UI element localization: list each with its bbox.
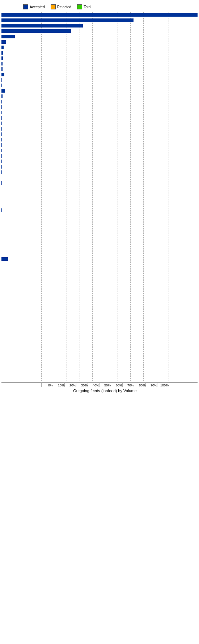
- bar-container: 1606791212205480: [1, 170, 198, 174]
- table-row: ipartners-fast93923297440478: [1, 191, 198, 196]
- table-row: e-wro26565502656550: [1, 246, 198, 251]
- bar-container: 1026456750996880463: [1, 45, 198, 50]
- bar-container: 93923297440478: [1, 192, 198, 196]
- bar-container: 1873399017753313: [1, 154, 198, 158]
- table-row: supermedia1316931885397989106: [1, 72, 198, 77]
- bar-container: 629317235130813: [1, 208, 198, 212]
- bar-container: 499702167495470797: [1, 62, 198, 66]
- table-row: korbank899597839356: [1, 300, 198, 305]
- x-axis-tick: 30%: [76, 383, 88, 387]
- x-axis-label: Outgoing feeds (innfeed) by Volume: [1, 389, 198, 393]
- table-row: ict-fast4022370396062: [1, 322, 198, 327]
- legend-accepted: Accepted: [23, 4, 45, 9]
- table-row: poznan6223816310148699: [1, 181, 198, 186]
- bar-accepted: [1, 89, 5, 93]
- bar-container: 140237138607: [1, 338, 198, 343]
- bar-accepted: [1, 24, 83, 27]
- bar-container: 26565502656550: [1, 246, 198, 250]
- bar-container: 33882790282614238: [1, 110, 198, 115]
- table-row: news-archive456557456557: [1, 311, 198, 316]
- table-row: lodman-fast1638352814772943: [1, 159, 198, 164]
- table-row: sgh25311092056544: [1, 267, 198, 272]
- bar-container: 1998093318398575: [1, 148, 198, 153]
- bar-container: 34685652919188: [1, 241, 198, 245]
- bar-container: 899597839356: [1, 300, 198, 305]
- legend-total-label: Total: [84, 5, 91, 9]
- table-row: provider90047486913394: [1, 197, 198, 202]
- table-row: bydgoszcz-fast14720931243685: [1, 273, 198, 278]
- table-row: pwr348787743343921896: [1, 77, 198, 82]
- bar-accepted: [1, 105, 2, 109]
- bar-container: 6476864768: [1, 355, 198, 359]
- bar-container: 16651348291768840082: [1, 89, 198, 93]
- table-row: lodman-bin1026456750996880463: [1, 45, 198, 50]
- bar-container: 90047486913394: [1, 197, 198, 202]
- bar-container: 89324708601488: [1, 186, 198, 191]
- bar-container: 51414965032870: [1, 213, 198, 218]
- bar-container: 7155471554: [1, 349, 198, 353]
- table-row: intelink25939882444668: [1, 251, 198, 256]
- x-axis-tick: 20%: [64, 383, 76, 387]
- table-row: uw-fast101683916064852: [1, 202, 198, 207]
- table-row: opoka2017141619810623: [1, 126, 198, 131]
- bar-container: 348787743343921896: [1, 78, 198, 82]
- table-row: itpp1873399017753313: [1, 153, 198, 158]
- bar-container: 3975690: [1, 376, 198, 381]
- table-row: lublin62889470235141469645: [1, 34, 198, 39]
- table-row: prz674944621683: [1, 305, 198, 310]
- table-row: tpi22056614371419521997: [1, 39, 198, 45]
- x-axis-tick: 100%: [157, 383, 169, 387]
- bar-container: 674944621683: [1, 306, 198, 310]
- table-row: bnet51589224891919: [1, 224, 198, 229]
- bar-container: 2726328626289089: [1, 116, 198, 120]
- bar-container: 31453729272219670: [1, 257, 198, 261]
- bar-container: 1843626218436262: [1, 143, 198, 147]
- bar-accepted: [1, 51, 3, 55]
- table-row: atman499702167495470797: [1, 61, 198, 66]
- table-row: fu-berlin241555226213: [1, 332, 198, 338]
- table-row: gazeta-bin1187662110268977: [1, 175, 198, 180]
- table-row: wsisiz34685652919188: [1, 240, 198, 245]
- table-row: interia781969532768212008: [1, 50, 198, 55]
- legend-rejected-label: Rejected: [57, 5, 71, 9]
- chart-wrapper: astercity9311383805384263052873silweb626…: [1, 12, 198, 381]
- x-axis-tick: 60%: [111, 383, 122, 387]
- bar-container: 1492798414524063: [1, 165, 198, 169]
- table-row: agh1492798414524063: [1, 164, 198, 169]
- table-row: axelspringer454795452979: [1, 316, 198, 321]
- bar-container: 456557456557: [1, 311, 198, 315]
- bar-container: 196985905187179106: [1, 83, 198, 88]
- bar-accepted: [1, 46, 4, 49]
- table-row: fu-berlin-pl6476864768: [1, 354, 198, 359]
- table-row: poznan-bin89324708601488: [1, 186, 198, 191]
- x-axis: 0%10%20%30%40%50%60%70%80%90%100%: [1, 382, 198, 387]
- bar-accepted: [1, 18, 134, 22]
- bar-container: 38908763783398: [1, 235, 198, 240]
- legend: Accepted Rejected Total: [1, 3, 198, 12]
- chart-container: Accepted Rejected Total astercity9311383…: [0, 0, 199, 407]
- bar-accepted: [1, 100, 2, 103]
- table-row: studio21478792147879: [1, 262, 198, 267]
- table-row: home877929863296: [1, 295, 198, 300]
- table-row: astercity9311383805384263052873: [1, 12, 198, 17]
- x-axis-tick: 50%: [99, 383, 111, 387]
- bar-accepted: [1, 67, 3, 71]
- bar-container: [1, 371, 198, 375]
- table-row: internetia484779901479213727: [1, 67, 198, 72]
- table-row: tpi-bin3975690: [1, 376, 198, 381]
- x-axis-tick: 90%: [145, 383, 157, 387]
- table-row: news.netmaniak.net1843626218436262: [1, 143, 198, 148]
- bar-accepted: [1, 13, 198, 17]
- table-row: nask578367408118590908: [1, 94, 198, 99]
- bar-container: 877929863296: [1, 295, 198, 299]
- table-row: news.artcom.pl2726328626289089: [1, 115, 198, 120]
- bar-container: 6262829977958495650059: [1, 18, 198, 22]
- bar-container: 25311092056544: [1, 268, 198, 272]
- table-row: bydgoszcz107567107567: [1, 343, 198, 348]
- table-row: rmf33882790282614238: [1, 110, 198, 115]
- bar-container: 10474931045038: [1, 279, 198, 283]
- bar-accepted: [1, 257, 8, 261]
- bar-container: 1282197935565: [1, 284, 198, 288]
- bar-container: 14720931243685: [1, 273, 198, 277]
- bar-container: 1978224219743745: [1, 132, 198, 136]
